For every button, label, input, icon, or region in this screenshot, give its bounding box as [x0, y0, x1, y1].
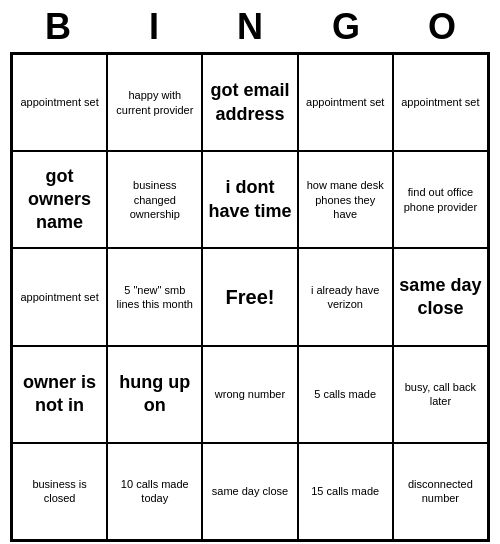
bingo-cell-r5c5[interactable]: disconnected number — [393, 443, 488, 540]
bingo-cell-r4c5[interactable]: busy, call back later — [393, 346, 488, 443]
bingo-cell-r1c3[interactable]: got email address — [202, 54, 297, 151]
header-letter-b: B — [14, 6, 102, 48]
bingo-cell-r5c2[interactable]: 10 calls made today — [107, 443, 202, 540]
bingo-cell-r3c5[interactable]: same day close — [393, 248, 488, 345]
bingo-cell-r3c3[interactable]: Free! — [202, 248, 297, 345]
header-letter-i: I — [110, 6, 198, 48]
bingo-cell-r4c3[interactable]: wrong number — [202, 346, 297, 443]
bingo-cell-r1c1[interactable]: appointment set — [12, 54, 107, 151]
bingo-cell-r4c2[interactable]: hung up on — [107, 346, 202, 443]
bingo-header: BINGO — [10, 0, 490, 52]
header-letter-o: O — [398, 6, 486, 48]
bingo-cell-r3c1[interactable]: appointment set — [12, 248, 107, 345]
bingo-cell-r5c1[interactable]: business is closed — [12, 443, 107, 540]
bingo-cell-r1c2[interactable]: happy with current provider — [107, 54, 202, 151]
bingo-cell-r1c5[interactable]: appointment set — [393, 54, 488, 151]
bingo-cell-r5c4[interactable]: 15 calls made — [298, 443, 393, 540]
bingo-cell-r2c5[interactable]: find out office phone provider — [393, 151, 488, 248]
bingo-cell-r4c4[interactable]: 5 calls made — [298, 346, 393, 443]
bingo-cell-r2c1[interactable]: got owners name — [12, 151, 107, 248]
bingo-cell-r2c2[interactable]: business changed ownership — [107, 151, 202, 248]
bingo-cell-r2c3[interactable]: i dont have time — [202, 151, 297, 248]
header-letter-g: G — [302, 6, 390, 48]
bingo-grid: appointment sethappy with current provid… — [10, 52, 490, 542]
bingo-cell-r4c1[interactable]: owner is not in — [12, 346, 107, 443]
header-letter-n: N — [206, 6, 294, 48]
bingo-cell-r3c4[interactable]: i already have verizon — [298, 248, 393, 345]
bingo-cell-r3c2[interactable]: 5 "new" smb lines this month — [107, 248, 202, 345]
bingo-cell-r2c4[interactable]: how mane desk phones they have — [298, 151, 393, 248]
bingo-cell-r5c3[interactable]: same day close — [202, 443, 297, 540]
bingo-cell-r1c4[interactable]: appointment set — [298, 54, 393, 151]
